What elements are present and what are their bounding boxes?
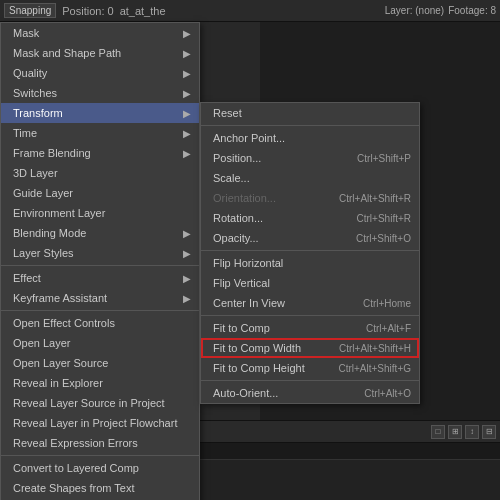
timeline-icon-4[interactable]: ⊟ (482, 425, 496, 439)
submenu-item-anchor-point[interactable]: Anchor Point... (201, 128, 419, 148)
arrow-icon: ▶ (183, 68, 191, 79)
arrow-icon: ▶ (183, 108, 191, 119)
arrow-icon: ▶ (183, 128, 191, 139)
submenu-separator-2 (201, 250, 419, 251)
menu-item-mask[interactable]: Mask ▶ (1, 23, 199, 43)
shortcut-label: Ctrl+Shift+R (357, 213, 411, 224)
main-context-menu: Mask ▶ Mask and Shape Path ▶ Quality ▶ S… (0, 22, 200, 500)
submenu-item-flip-v[interactable]: Flip Vertical (201, 273, 419, 293)
shortcut-label: Ctrl+Alt+O (364, 388, 411, 399)
submenu-item-fit-comp-width[interactable]: Fit to Comp Width Ctrl+Alt+Shift+H (201, 338, 419, 358)
submenu-item-flip-h[interactable]: Flip Horizontal (201, 253, 419, 273)
menu-item-quality[interactable]: Quality ▶ (1, 63, 199, 83)
arrow-icon: ▶ (183, 273, 191, 284)
shortcut-label: Ctrl+Alt+F (366, 323, 411, 334)
shortcut-label: Ctrl+Shift+O (356, 233, 411, 244)
timeline-icon-2[interactable]: ⊞ (448, 425, 462, 439)
submenu-item-opacity[interactable]: Opacity... Ctrl+Shift+O (201, 228, 419, 248)
shortcut-label: Ctrl+Alt+Shift+R (339, 193, 411, 204)
submenu-item-auto-orient[interactable]: Auto-Orient... Ctrl+Alt+O (201, 383, 419, 403)
submenu-item-reset[interactable]: Reset (201, 103, 419, 123)
shortcut-label: Ctrl+Alt+Shift+G (338, 363, 411, 374)
menu-item-reveal-explorer[interactable]: Reveal in Explorer (1, 373, 199, 393)
arrow-icon: ▶ (183, 28, 191, 39)
menu-item-layer-styles[interactable]: Layer Styles ▶ (1, 243, 199, 263)
arrow-icon: ▶ (183, 48, 191, 59)
submenu-separator-1 (201, 125, 419, 126)
menu-item-open-layer-source[interactable]: Open Layer Source (1, 353, 199, 373)
menu-item-convert-layered[interactable]: Convert to Layered Comp (1, 458, 199, 478)
timeline-icon-3[interactable]: ↕ (465, 425, 479, 439)
timeline-icon-1[interactable]: □ (431, 425, 445, 439)
submenu-item-orientation[interactable]: Orientation... Ctrl+Alt+Shift+R (201, 188, 419, 208)
submenu-item-rotation[interactable]: Rotation... Ctrl+Shift+R (201, 208, 419, 228)
submenu-item-fit-comp-height[interactable]: Fit to Comp Height Ctrl+Alt+Shift+G (201, 358, 419, 378)
transform-submenu: Reset Anchor Point... Position... Ctrl+S… (200, 102, 420, 404)
menu-item-open-effect-controls[interactable]: Open Effect Controls (1, 313, 199, 333)
menu-item-frame-blending[interactable]: Frame Blending ▶ (1, 143, 199, 163)
top-bar: Snapping Position: 0 at_at_the Layer: (n… (0, 0, 500, 22)
snapping-badge: Snapping (4, 3, 56, 18)
submenu-separator-4 (201, 380, 419, 381)
text-label: at_at_the (120, 5, 166, 17)
menu-item-open-layer[interactable]: Open Layer (1, 333, 199, 353)
menu-item-reveal-expressions[interactable]: Reveal Expression Errors (1, 433, 199, 453)
top-bar-right: Layer: (none) Footage: 8 (385, 5, 496, 16)
footage-label: Footage: 8 (448, 5, 496, 16)
menu-item-keyframe-assist[interactable]: Keyframe Assistant ▶ (1, 288, 199, 308)
arrow-icon: ▶ (183, 248, 191, 259)
submenu-item-scale[interactable]: Scale... (201, 168, 419, 188)
position-label: Position: 0 (62, 5, 113, 17)
arrow-icon: ▶ (183, 228, 191, 239)
menu-item-transform[interactable]: Transform ▶ (1, 103, 199, 123)
menu-item-env-layer[interactable]: Environment Layer (1, 203, 199, 223)
menu-item-3d-layer[interactable]: 3D Layer (1, 163, 199, 183)
menu-item-reveal-flowchart[interactable]: Reveal Layer in Project Flowchart (1, 413, 199, 433)
menu-item-guide-layer[interactable]: Guide Layer (1, 183, 199, 203)
menu-item-time[interactable]: Time ▶ (1, 123, 199, 143)
arrow-icon: ▶ (183, 88, 191, 99)
menu-item-blending-mode[interactable]: Blending Mode ▶ (1, 223, 199, 243)
menu-item-reveal-project[interactable]: Reveal Layer Source in Project (1, 393, 199, 413)
menu-item-effect[interactable]: Effect ▶ (1, 268, 199, 288)
layer-label: Layer: (none) (385, 5, 444, 16)
shortcut-label: Ctrl+Home (363, 298, 411, 309)
menu-item-switches[interactable]: Switches ▶ (1, 83, 199, 103)
submenu-item-center-in-view[interactable]: Center In View Ctrl+Home (201, 293, 419, 313)
shortcut-label: Ctrl+Shift+P (357, 153, 411, 164)
menu-item-mask-shape[interactable]: Mask and Shape Path ▶ (1, 43, 199, 63)
submenu-separator-3 (201, 315, 419, 316)
arrow-icon: ▶ (183, 148, 191, 159)
separator-2 (1, 310, 199, 311)
submenu-item-position[interactable]: Position... Ctrl+Shift+P (201, 148, 419, 168)
menu-item-create-shapes-text[interactable]: Create Shapes from Text (1, 478, 199, 498)
arrow-icon: ▶ (183, 293, 191, 304)
separator-1 (1, 265, 199, 266)
separator-3 (1, 455, 199, 456)
shortcut-label: Ctrl+Alt+Shift+H (339, 343, 411, 354)
submenu-item-fit-comp[interactable]: Fit to Comp Ctrl+Alt+F (201, 318, 419, 338)
